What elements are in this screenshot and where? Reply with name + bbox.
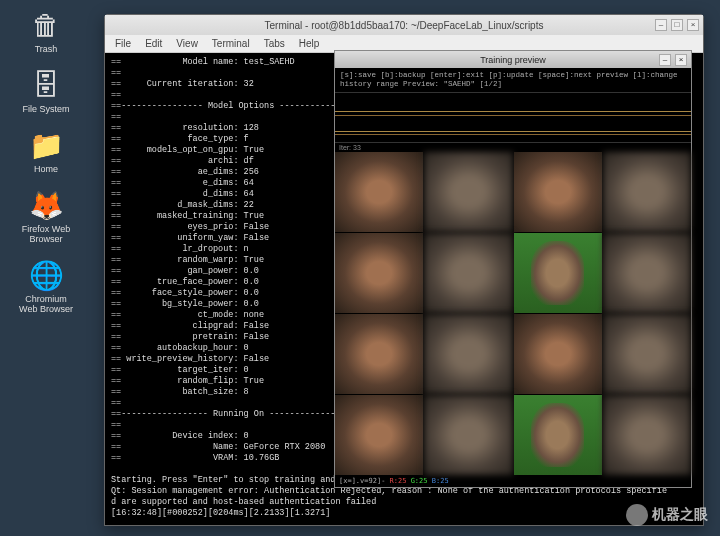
- preview-minimize[interactable]: –: [659, 54, 671, 66]
- menu-tabs[interactable]: Tabs: [264, 38, 285, 49]
- face-cell: [335, 395, 423, 475]
- menu-help[interactable]: Help: [299, 38, 320, 49]
- face-cell: [603, 314, 691, 394]
- watermark: 机器之眼: [626, 504, 708, 526]
- face-cell: [335, 152, 423, 232]
- face-cell: [424, 395, 512, 475]
- trash-icon[interactable]: 🗑Trash: [16, 8, 76, 54]
- face-cell: [335, 314, 423, 394]
- home-icon[interactable]: 📁Home: [16, 128, 76, 174]
- face-cell: [514, 233, 602, 313]
- preview-titlebar[interactable]: Training preview – ×: [335, 51, 691, 68]
- face-cell: [603, 233, 691, 313]
- menu-terminal[interactable]: Terminal: [212, 38, 250, 49]
- preview-window: Training preview – × [s]:save [b]:backup…: [334, 50, 692, 488]
- face-cell: [424, 152, 512, 232]
- face-cell: [603, 152, 691, 232]
- preview-shortcuts: [s]:save [b]:backup [enter]:exit [p]:upd…: [335, 68, 691, 93]
- face-cell: [514, 314, 602, 394]
- preview-title-text: Training preview: [480, 55, 546, 65]
- loss-graph: [335, 93, 691, 143]
- maximize-button[interactable]: □: [671, 19, 683, 31]
- face-cell: [514, 152, 602, 232]
- terminal-title: Terminal - root@8b1dd5baa170: ~/DeepFace…: [265, 20, 544, 31]
- face-cell: [514, 395, 602, 475]
- menu-edit[interactable]: Edit: [145, 38, 162, 49]
- menu-file[interactable]: File: [115, 38, 131, 49]
- preview-footer: [x=].v=92]- R:25 G:25 B:25: [335, 475, 691, 487]
- face-cell: [603, 395, 691, 475]
- filesystem-icon[interactable]: 🗄File System: [16, 68, 76, 114]
- face-cell: [335, 233, 423, 313]
- preview-close[interactable]: ×: [675, 54, 687, 66]
- iter-label: Iter: 33: [335, 143, 691, 152]
- chromium-icon[interactable]: 🌐ChromiumWeb Browser: [16, 258, 76, 314]
- face-grid: [335, 152, 691, 475]
- firefox-icon[interactable]: 🦊Firefox WebBrowser: [16, 188, 76, 244]
- menu-view[interactable]: View: [176, 38, 198, 49]
- face-cell: [424, 314, 512, 394]
- terminal-titlebar[interactable]: Terminal - root@8b1dd5baa170: ~/DeepFace…: [105, 15, 703, 35]
- face-cell: [424, 233, 512, 313]
- minimize-button[interactable]: –: [655, 19, 667, 31]
- close-button[interactable]: ×: [687, 19, 699, 31]
